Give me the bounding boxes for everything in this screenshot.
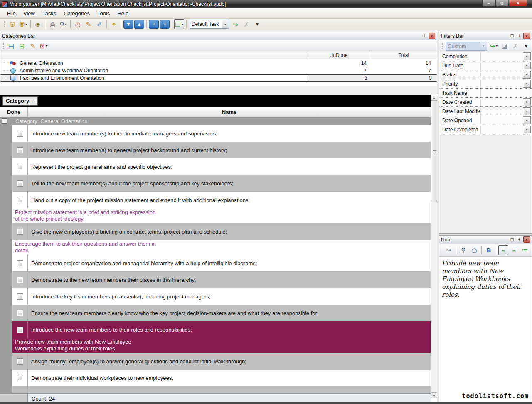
close-icon[interactable]: × xyxy=(429,33,435,39)
move-to-bottom-icon[interactable]: » xyxy=(149,20,159,29)
open-database-icon[interactable]: ⛃▾ xyxy=(18,19,28,29)
assign-task-type-icon[interactable]: ↪ xyxy=(231,19,241,29)
category-row[interactable]: Facilities and Environment Orientation33 xyxy=(0,74,437,82)
menu-item-tools[interactable]: Tools xyxy=(94,9,113,18)
category-row[interactable]: Administrative and Workflow Orientation7… xyxy=(0,67,437,74)
task-row[interactable]: Ensure the new team members clearly know… xyxy=(12,305,431,321)
filter-value-field[interactable] xyxy=(480,89,532,97)
scroll-up-icon[interactable]: ▲ xyxy=(431,95,437,101)
note-preview-icon[interactable]: ⚲ xyxy=(458,245,468,255)
remove-task-type-icon[interactable]: ✗ xyxy=(241,19,251,29)
print-preview-icon[interactable]: ⚲▾ xyxy=(58,19,68,29)
chevron-down-icon[interactable]: ▾ xyxy=(523,107,531,115)
add-subcategory-icon[interactable]: ⊞ xyxy=(17,41,27,51)
task-note-row[interactable]: Provide new team members with New Employ… xyxy=(12,338,431,353)
move-to-top-icon[interactable]: » xyxy=(160,20,170,29)
total-column-header[interactable]: Total xyxy=(371,52,436,59)
task-checkbox[interactable] xyxy=(17,180,23,187)
task-row[interactable]: Demonstrate their individual workplaces … xyxy=(12,370,431,386)
undone-column-header[interactable]: UnDone xyxy=(306,52,371,59)
new-database-icon[interactable]: ⛁ xyxy=(7,19,17,29)
close-icon[interactable]: × xyxy=(523,33,530,39)
task-checkbox[interactable] xyxy=(17,310,23,316)
task-row[interactable]: Demonstrate to the new team members thei… xyxy=(12,271,431,288)
chevron-down-icon[interactable]: ▾ xyxy=(523,71,531,79)
category-row[interactable]: General Orientation1414 xyxy=(0,59,437,67)
filter-value-field[interactable] xyxy=(480,52,522,61)
task-note-row[interactable]: Encourage them to ask their questions an… xyxy=(12,240,431,255)
close-icon[interactable]: × xyxy=(523,236,530,243)
align-right-icon[interactable]: ≡ xyxy=(509,245,519,255)
task-checkbox[interactable] xyxy=(17,147,23,153)
menu-item-file[interactable]: File xyxy=(3,9,20,18)
toolbar-overflow-icon[interactable]: ▾ xyxy=(252,19,262,29)
task-row[interactable]: Tell to the new team member(s) about the… xyxy=(12,175,431,192)
task-row[interactable]: Introduce new team member(s) to their im… xyxy=(12,125,431,142)
group-row[interactable]: − Category: General Orientation xyxy=(0,117,431,125)
task-checkbox[interactable] xyxy=(17,358,23,365)
clear-filter-icon[interactable]: ◪ xyxy=(500,41,510,51)
filter-value-field[interactable] xyxy=(480,107,522,116)
menu-item-categories[interactable]: Categories xyxy=(60,9,94,18)
delete-filter-icon[interactable]: ✗ xyxy=(510,41,520,51)
pin-icon[interactable]: Ŧ xyxy=(516,237,522,242)
task-checkbox[interactable] xyxy=(17,164,23,170)
chevron-down-icon[interactable]: ▾ xyxy=(523,80,531,88)
group-by-category-chip[interactable]: Category △ xyxy=(2,96,38,106)
task-checkbox[interactable] xyxy=(17,197,23,203)
filter-value-field[interactable] xyxy=(480,61,522,70)
task-checkbox[interactable] xyxy=(17,260,23,266)
name-column-header[interactable]: Name xyxy=(28,107,431,117)
task-row[interactable]: Introduce new team member(s) to general … xyxy=(12,142,431,158)
bullet-list-icon[interactable]: ≔ xyxy=(520,245,530,255)
filter-value-field[interactable] xyxy=(480,70,522,79)
assign-note-icon[interactable]: ✑ xyxy=(444,245,454,255)
filter-value-field[interactable] xyxy=(480,98,522,106)
task-checkbox[interactable] xyxy=(17,327,23,333)
pin-icon[interactable]: Ŧ xyxy=(516,33,522,39)
vertical-splitter[interactable] xyxy=(437,32,439,402)
collapse-icon[interactable]: − xyxy=(2,118,7,124)
filter-value-field[interactable] xyxy=(480,79,522,88)
note-print-icon[interactable]: ⎙ xyxy=(469,245,479,255)
chevron-down-icon[interactable]: ▾ xyxy=(523,98,531,106)
menu-item-tasks[interactable]: Tasks xyxy=(39,9,60,18)
menu-item-view[interactable]: View xyxy=(20,9,39,18)
align-left-icon[interactable]: ≡ xyxy=(498,245,508,255)
task-type-combo[interactable]: Default Task▾ xyxy=(190,20,229,29)
task-list-scrollbar[interactable]: ▲ ▼ xyxy=(431,95,437,398)
task-row[interactable]: Hand out a copy of the project mission s… xyxy=(12,192,431,208)
delete-task-icon[interactable]: ✐ xyxy=(94,19,104,29)
restore-icon[interactable]: ⊡ xyxy=(509,237,515,242)
minimize-button[interactable]: – xyxy=(482,0,495,7)
task-row[interactable]: Represent the project general aims and s… xyxy=(12,158,431,175)
delete-category-icon[interactable]: ⊠▾ xyxy=(39,41,49,51)
add-task-icon[interactable]: ◷ xyxy=(73,19,83,29)
find-task-icon[interactable]: ⚭ xyxy=(109,19,119,29)
add-category-icon[interactable]: ▤ xyxy=(6,41,16,51)
chevron-down-icon[interactable]: ▾ xyxy=(523,126,531,133)
save-database-icon[interactable]: ⛂ xyxy=(33,19,43,29)
move-up-icon[interactable]: ▲ xyxy=(134,20,144,29)
note-content[interactable]: Provide new team members with New Employ… xyxy=(439,256,532,402)
filter-value-field[interactable] xyxy=(480,116,522,125)
scroll-down-icon[interactable]: ▼ xyxy=(431,392,437,398)
close-button[interactable]: × xyxy=(509,0,527,7)
task-checkbox[interactable] xyxy=(17,277,23,283)
task-row[interactable]: Assign "buddy" employee(s) to answer gen… xyxy=(12,353,431,370)
task-row[interactable]: Give the new employee(s) a briefing on c… xyxy=(12,223,431,240)
notes-view-icon[interactable]: ❒▾ xyxy=(174,19,184,29)
task-row[interactable]: Introduce the key team members (in absen… xyxy=(12,288,431,305)
pin-icon[interactable]: Ŧ xyxy=(421,33,427,39)
category-column-header[interactable] xyxy=(0,52,306,59)
move-down-icon[interactable]: ▼ xyxy=(123,20,133,29)
chevron-down-icon[interactable]: ▾ xyxy=(523,116,531,124)
edit-task-icon[interactable]: ✎ xyxy=(84,19,94,29)
edit-category-icon[interactable]: ✎ xyxy=(28,41,38,51)
restore-button[interactable]: ⧉ xyxy=(495,0,508,7)
task-checkbox[interactable] xyxy=(17,293,23,300)
task-checkbox[interactable] xyxy=(17,229,23,235)
task-row[interactable]: Demonstrate project organization and man… xyxy=(12,255,431,271)
chevron-down-icon[interactable]: ▾ xyxy=(523,62,531,69)
horizontal-splitter[interactable] xyxy=(439,234,532,235)
